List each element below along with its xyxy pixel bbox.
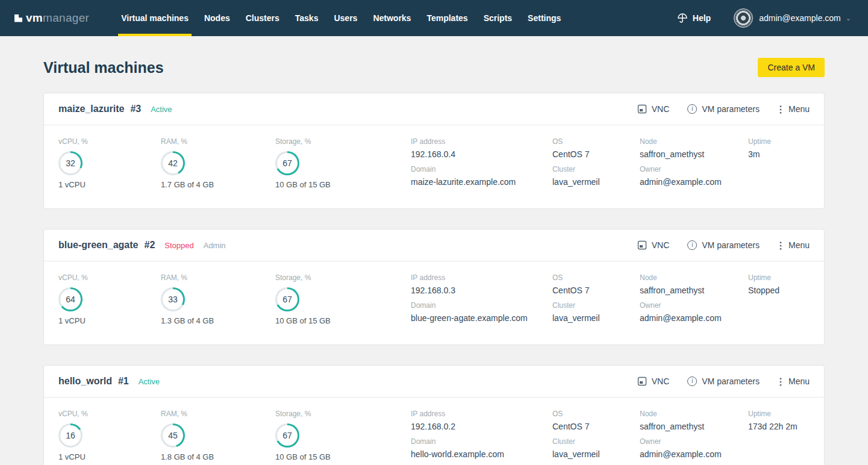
vm-number: #3 <box>130 104 141 114</box>
vcpu-value: 16 <box>66 431 75 440</box>
storage-label: Storage, % <box>275 410 411 418</box>
vm-name: hello_world <box>58 376 112 387</box>
vcpu-value: 64 <box>66 295 75 304</box>
node-info: Node saffron_amethyst Owner admin@exampl… <box>640 410 748 465</box>
menu-button[interactable]: ⋮ Menu <box>778 104 810 115</box>
domain-value: blue-green-agate.example.com <box>411 313 552 323</box>
nav-tasks[interactable]: Tasks <box>287 0 326 36</box>
nav-networks[interactable]: Networks <box>365 0 419 36</box>
vcpu-stat: vCPU, % 32 1 vCPU <box>58 137 161 193</box>
vcpu-gauge: 32 <box>58 151 83 175</box>
nav-clusters[interactable]: Clusters <box>238 0 287 36</box>
nav-users[interactable]: Users <box>326 0 365 36</box>
owner-value: admin@example.com <box>640 449 748 459</box>
vcpu-label: vCPU, % <box>58 410 161 418</box>
storage-label: Storage, % <box>275 273 411 282</box>
menu-button[interactable]: ⋮ Menu <box>778 376 810 387</box>
cluster-value: lava_vermeil <box>552 313 640 323</box>
network-info: IP address 192.168.0.2 Domain hello-worl… <box>411 410 552 465</box>
menu-button[interactable]: ⋮ Menu <box>778 240 810 251</box>
help-button[interactable]: Help <box>677 13 711 23</box>
ram-stat: RAM, % 33 1.3 GB of 4 GB <box>161 273 275 329</box>
uptime-info: Uptime Stopped <box>748 273 810 329</box>
vm-card: maize_lazurite #3 Active VNC i VM parame… <box>43 93 825 209</box>
logo-text-light: manager <box>43 11 89 25</box>
menu-dots-icon: ⋮ <box>778 104 784 115</box>
vm-parameters-label: VM parameters <box>702 376 760 386</box>
os-value: CentOS 7 <box>552 422 640 431</box>
os-info: OS CentOS 7 Cluster lava_vermeil <box>552 410 640 465</box>
nav-scripts[interactable]: Scripts <box>476 0 520 36</box>
owner-label: Owner <box>640 301 748 310</box>
vm-status-badge: Stopped <box>164 241 193 250</box>
network-info: IP address 192.168.0.4 Domain maize-lazu… <box>411 137 552 193</box>
vm-card-body: vCPU, % 64 1 vCPU RAM, % 33 1.3 GB of 4 … <box>44 261 824 345</box>
app-logo[interactable]: vm manager <box>14 11 89 25</box>
ram-stat: RAM, % 42 1.7 GB of 4 GB <box>161 137 275 193</box>
user-menu[interactable]: admin@example.com ⌄ <box>734 8 851 28</box>
vnc-button[interactable]: VNC <box>637 240 670 250</box>
nav-virtual-machines[interactable]: Virtual machines <box>113 0 196 36</box>
node-value: saffron_amethyst <box>640 422 748 431</box>
uptime-value: 173d 22h 2m <box>748 422 810 431</box>
ram-label: RAM, % <box>161 137 275 146</box>
vnc-button[interactable]: VNC <box>637 104 670 114</box>
owner-label: Owner <box>640 165 748 173</box>
nav-settings[interactable]: Settings <box>520 0 569 36</box>
nav-templates[interactable]: Templates <box>419 0 475 36</box>
domain-label: Domain <box>411 301 552 310</box>
vm-parameters-button[interactable]: i VM parameters <box>687 376 760 386</box>
vm-parameters-button[interactable]: i VM parameters <box>687 104 760 114</box>
cluster-value: lava_vermeil <box>552 177 640 187</box>
vnc-button[interactable]: VNC <box>637 376 670 386</box>
uptime-label: Uptime <box>748 410 810 418</box>
vm-card-body: vCPU, % 32 1 vCPU RAM, % 42 1.7 GB of 4 … <box>44 125 824 208</box>
create-vm-button[interactable]: Create a VM <box>758 58 825 77</box>
vnc-label: VNC <box>652 104 670 114</box>
vmmanager-logo-icon <box>14 14 22 22</box>
vm-card-actions: VNC i VM parameters ⋮ Menu <box>619 376 810 387</box>
vcpu-label: vCPU, % <box>58 137 161 146</box>
ram-gauge: 33 <box>161 287 185 311</box>
storage-value: 67 <box>283 431 292 440</box>
ram-value: 33 <box>168 295 178 304</box>
node-value: saffron_amethyst <box>640 286 748 295</box>
info-icon: i <box>687 240 697 250</box>
ip-label: IP address <box>411 410 552 418</box>
vm-number: #1 <box>118 376 129 387</box>
ram-label: RAM, % <box>161 410 275 418</box>
help-umbrella-icon <box>677 13 688 23</box>
vm-parameters-button[interactable]: i VM parameters <box>687 240 760 250</box>
ram-value: 45 <box>168 431 178 440</box>
storage-gauge: 67 <box>275 287 299 311</box>
vcpu-stat: vCPU, % 16 1 vCPU <box>58 410 161 465</box>
vm-status-badge: Active <box>139 377 160 386</box>
vnc-icon <box>637 104 647 114</box>
page-content: Virtual machines Create a VM maize_lazur… <box>0 58 868 465</box>
ram-detail: 1.3 GB of 4 GB <box>161 316 275 325</box>
storage-detail: 10 GB of 15 GB <box>275 452 411 461</box>
os-label: OS <box>552 273 640 282</box>
node-value: saffron_amethyst <box>640 149 748 159</box>
page-title: Virtual machines <box>43 59 164 76</box>
nav-nodes[interactable]: Nodes <box>196 0 238 36</box>
uptime-label: Uptime <box>748 137 810 146</box>
ip-value: 192.168.0.4 <box>411 149 552 159</box>
vm-card-header: maize_lazurite #3 Active VNC i VM parame… <box>44 93 824 125</box>
vm-name: blue-green_agate <box>58 240 138 251</box>
menu-label: Menu <box>788 104 810 114</box>
ram-detail: 1.8 GB of 4 GB <box>161 452 275 461</box>
vm-card: hello_world #1 Active VNC i VM parameter… <box>43 365 825 465</box>
page-head: Virtual machines Create a VM <box>43 58 825 77</box>
domain-label: Domain <box>411 165 552 173</box>
uptime-label: Uptime <box>748 273 810 282</box>
vm-card-actions: VNC i VM parameters ⋮ Menu <box>619 240 810 251</box>
uptime-info: Uptime 173d 22h 2m <box>748 410 810 465</box>
menu-dots-icon: ⋮ <box>778 376 784 387</box>
logo-text-bold: vm <box>26 11 43 25</box>
domain-value: maize-lazurite.example.com <box>411 177 552 187</box>
storage-stat: Storage, % 67 10 GB of 15 GB <box>275 137 411 193</box>
vm-parameters-label: VM parameters <box>702 104 760 114</box>
storage-label: Storage, % <box>275 137 411 146</box>
top-navigation-bar: vm manager Virtual machines Nodes Cluste… <box>0 0 868 36</box>
